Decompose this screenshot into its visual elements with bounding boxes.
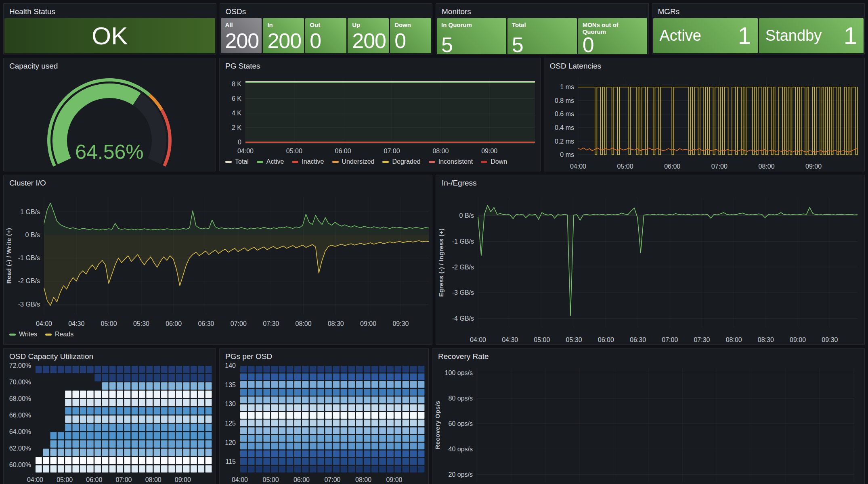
panel-title-capacity-used[interactable]: Capacity used bbox=[4, 58, 216, 73]
legend-item-undersized[interactable]: Undersized bbox=[332, 158, 375, 165]
svg-text:05:00: 05:00 bbox=[57, 476, 73, 483]
svg-text:120: 120 bbox=[225, 439, 236, 446]
panel-recovery-rate: Recovery Rate 100 ops/s80 ops/s60 ops/s4… bbox=[432, 348, 865, 484]
legend-item-inactive[interactable]: Inactive bbox=[292, 158, 324, 165]
panel-health-status: Health Status OK bbox=[3, 3, 216, 54]
panel-title-pgs-per-osd[interactable]: PGs per OSD bbox=[220, 348, 428, 363]
svg-text:04:00: 04:00 bbox=[232, 476, 248, 483]
svg-text:-3 GB/s: -3 GB/s bbox=[452, 289, 474, 296]
svg-text:130: 130 bbox=[225, 401, 236, 407]
stat-value: 0 bbox=[310, 31, 342, 51]
svg-text:70.00%: 70.00% bbox=[9, 379, 31, 386]
svg-text:140: 140 bbox=[225, 363, 236, 369]
svg-text:08:00: 08:00 bbox=[145, 476, 161, 483]
svg-text:2 K: 2 K bbox=[232, 124, 241, 131]
svg-text:06:00: 06:00 bbox=[335, 148, 351, 154]
stats-row: Health Status OK OSDs All 200 In 200 Out… bbox=[3, 3, 865, 54]
stat-value: 0 bbox=[394, 31, 427, 51]
svg-text:64.00%: 64.00% bbox=[9, 428, 31, 435]
stat-label: Total bbox=[512, 22, 572, 29]
osd-latencies-chart[interactable]: 0 ms0.2 ms0.4 ms0.6 ms0.8 ms1 ms04:0005:… bbox=[544, 73, 865, 171]
panel-osd-latencies: OSD Latencies 0 ms0.2 ms0.4 ms0.6 ms0.8 … bbox=[544, 58, 865, 171]
legend-item-total[interactable]: Total bbox=[225, 158, 249, 165]
svg-text:-4 GB/s: -4 GB/s bbox=[452, 315, 474, 322]
svg-text:40 ops/s: 40 ops/s bbox=[449, 446, 473, 453]
stat-mon-in-quorum: In Quorum 5 bbox=[437, 18, 506, 54]
svg-text:04:30: 04:30 bbox=[68, 320, 84, 327]
legend-item-active[interactable]: Active bbox=[257, 158, 284, 165]
legend-swatch bbox=[45, 334, 52, 336]
panel-title-osd-latencies[interactable]: OSD Latencies bbox=[544, 58, 865, 73]
svg-text:09:30: 09:30 bbox=[392, 320, 409, 327]
stat-mon-out-of-quorum: MONs out of Quorum 0 bbox=[578, 18, 648, 54]
osds-cells: All 200 In 200 Out 0 Up 200 Down 0 bbox=[220, 18, 432, 54]
svg-text:Recovery Ops/s: Recovery Ops/s bbox=[434, 401, 441, 449]
svg-text:06:00: 06:00 bbox=[294, 476, 310, 483]
stat-mgr-standby: Standby 1 bbox=[759, 18, 864, 53]
svg-text:0.4 ms: 0.4 ms bbox=[554, 124, 574, 131]
stat-label: Standby bbox=[765, 27, 822, 44]
svg-text:60 ops/s: 60 ops/s bbox=[449, 420, 473, 427]
bottom-row: OSD Capacity Utilization 72.00%70.00%68.… bbox=[3, 348, 865, 484]
svg-text:05:00: 05:00 bbox=[286, 148, 302, 154]
pg-states-chart[interactable]: 02 K4 K6 K8 K04:0005:0006:0007:0008:0009… bbox=[220, 73, 540, 156]
svg-text:8 K: 8 K bbox=[232, 81, 241, 88]
svg-text:0 ms: 0 ms bbox=[560, 151, 574, 158]
legend-item-writes[interactable]: Writes bbox=[9, 331, 37, 338]
svg-text:05:00: 05:00 bbox=[262, 476, 279, 483]
stat-value: 200 bbox=[352, 31, 384, 51]
recovery-rate-chart[interactable]: 100 ops/s80 ops/s60 ops/s40 ops/s20 ops/… bbox=[432, 363, 864, 484]
svg-text:6 K: 6 K bbox=[232, 95, 241, 102]
legend-swatch bbox=[429, 161, 435, 163]
panel-osd-capacity-utilization: OSD Capacity Utilization 72.00%70.00%68.… bbox=[3, 348, 216, 484]
panel-title-pg-states[interactable]: PG States bbox=[220, 58, 540, 73]
panel-capacity-used: Capacity used 64.56% bbox=[3, 58, 216, 171]
svg-text:07:00: 07:00 bbox=[384, 148, 400, 154]
stat-value: 200 bbox=[225, 31, 258, 51]
cluster-io-chart[interactable]: 1 GB/s0 B/s-1 GB/s-2 GB/s-3 GB/s04:0004:… bbox=[4, 190, 432, 329]
svg-text:08:00: 08:00 bbox=[758, 163, 774, 170]
middle-row: Capacity used 64.56% PG States 02 K4 K6 … bbox=[3, 58, 865, 171]
svg-text:07:00: 07:00 bbox=[711, 163, 727, 170]
legend-item-inconsistent[interactable]: Inconsistent bbox=[429, 158, 473, 165]
stat-osds-up: Up 200 bbox=[348, 18, 389, 53]
svg-text:62.00%: 62.00% bbox=[9, 445, 31, 452]
in-egress-chart[interactable]: 0 B/s-1 GB/s-2 GB/s-3 GB/s-4 GB/s04:0004… bbox=[436, 190, 864, 345]
legend-swatch bbox=[225, 161, 232, 163]
panel-title-osd-capacity-utilization[interactable]: OSD Capacity Utilization bbox=[4, 348, 216, 363]
svg-text:09:00: 09:00 bbox=[175, 476, 191, 483]
capacity-gauge[interactable]: 64.56% bbox=[4, 73, 216, 171]
svg-text:64.56%: 64.56% bbox=[75, 141, 144, 163]
cluster-io-legend: Writes Reads bbox=[4, 329, 432, 338]
legend-swatch bbox=[382, 161, 389, 163]
panel-title-recovery-rate[interactable]: Recovery Rate bbox=[432, 348, 864, 363]
svg-text:06:00: 06:00 bbox=[166, 320, 182, 327]
osd-capacity-heatmap[interactable]: 72.00%70.00%68.00%66.00%64.00%62.00%60.0… bbox=[4, 363, 216, 484]
legend-item-reads[interactable]: Reads bbox=[45, 331, 73, 338]
svg-text:05:00: 05:00 bbox=[617, 163, 633, 170]
legend-item-degraded[interactable]: Degraded bbox=[382, 158, 420, 165]
pgs-per-osd-heatmap[interactable]: 14013513012512011504:0005:0006:0007:0008… bbox=[220, 363, 428, 484]
legend-item-down[interactable]: Down bbox=[481, 158, 507, 165]
stat-osds-in: In 200 bbox=[263, 18, 304, 53]
svg-text:06:00: 06:00 bbox=[598, 336, 614, 343]
panel-title-health-status[interactable]: Health Status bbox=[4, 4, 216, 18]
panel-title-osds[interactable]: OSDs bbox=[220, 4, 432, 18]
svg-text:-1 GB/s: -1 GB/s bbox=[452, 238, 474, 245]
svg-text:135: 135 bbox=[225, 382, 236, 388]
svg-text:-3 GB/s: -3 GB/s bbox=[18, 301, 40, 308]
svg-text:07:00: 07:00 bbox=[324, 476, 340, 483]
svg-text:07:00: 07:00 bbox=[231, 320, 247, 327]
panel-title-cluster-io[interactable]: Cluster I/O bbox=[4, 175, 432, 190]
svg-text:08:00: 08:00 bbox=[432, 148, 449, 154]
panel-title-monitors[interactable]: Monitors bbox=[436, 4, 648, 18]
panel-title-in-egress[interactable]: In-/Egress bbox=[436, 175, 864, 190]
svg-text:08:00: 08:00 bbox=[355, 476, 371, 483]
panel-title-mgrs[interactable]: MGRs bbox=[652, 4, 865, 18]
panel-osds: OSDs All 200 In 200 Out 0 Up 200 bbox=[220, 3, 433, 54]
legend-swatch bbox=[481, 161, 487, 163]
svg-text:04:00: 04:00 bbox=[237, 148, 254, 154]
svg-text:09:00: 09:00 bbox=[790, 336, 806, 343]
svg-text:05:00: 05:00 bbox=[101, 320, 117, 327]
svg-text:-1 GB/s: -1 GB/s bbox=[18, 255, 40, 261]
